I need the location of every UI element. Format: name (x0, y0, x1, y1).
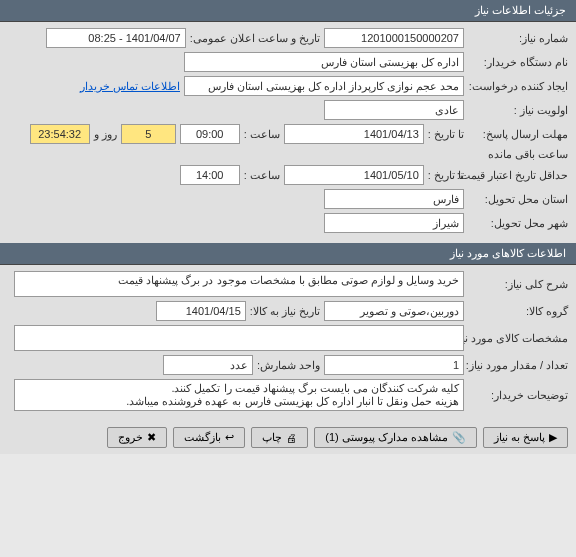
priority-label: اولویت نیاز : (468, 104, 568, 117)
unit-field[interactable] (163, 355, 253, 375)
contact-link[interactable]: اطلاعات تماس خریدار (80, 80, 180, 93)
unit-label: واحد شمارش: (257, 359, 320, 372)
remain-label: ساعت باقی مانده (488, 148, 568, 161)
announce-label: تاریخ و ساعت اعلان عمومی: (190, 32, 320, 45)
exit-button[interactable]: ✖ خروج (107, 427, 167, 448)
deadline-label: مهلت ارسال پاسخ: (468, 128, 568, 141)
req-no-label: شماره نیاز: (468, 32, 568, 45)
announce-field[interactable] (46, 28, 186, 48)
price-deadline-label: حداقل تاریخ اعتبار قیمت: (468, 169, 568, 182)
group-label: گروه کالا: (468, 305, 568, 318)
arrow-icon: ▶ (549, 431, 557, 444)
days-label: روز و (94, 128, 117, 141)
section1-body: شماره نیاز: تاریخ و ساعت اعلان عمومی: نا… (0, 22, 576, 243)
price-until-time-field[interactable] (180, 165, 240, 185)
countdown-field (30, 124, 90, 144)
respond-label: پاسخ به نیاز (494, 431, 545, 444)
need-date-field[interactable] (156, 301, 246, 321)
desc-label: شرح کلی نیاز: (468, 278, 568, 291)
need-date-label: تاریخ نیاز به کالا: (250, 305, 320, 318)
requester-label: ایجاد کننده درخواست: (468, 80, 568, 93)
until-label-2: تا تاریخ : (428, 169, 464, 182)
spec-field[interactable] (14, 325, 464, 351)
buyer-label: نام دستگاه خریدار: (468, 56, 568, 69)
print-button[interactable]: 🖨 چاپ (251, 427, 308, 448)
section2-header: اطلاعات کالاهای مورد نیاز (0, 243, 576, 265)
footer-bar: ▶ پاسخ به نیاز 📎 مشاهده مدارک پیوستی (1)… (0, 421, 576, 454)
exit-label: خروج (118, 431, 143, 444)
req-no-field[interactable] (324, 28, 464, 48)
city-label: شهر محل تحویل: (468, 217, 568, 230)
section1-header: جزئیات اطلاعات نیاز (0, 0, 576, 22)
hour-label-2: ساعت : (244, 169, 280, 182)
section2-body: شرح کلی نیاز: خرید وسایل و لوازم صوتی مط… (0, 265, 576, 421)
requester-field[interactable] (184, 76, 464, 96)
back-button[interactable]: ↩ بازگشت (173, 427, 245, 448)
desc-field[interactable]: خرید وسایل و لوازم صوتی مطابق با مشخصات … (14, 271, 464, 297)
province-field[interactable] (324, 189, 464, 209)
respond-button[interactable]: ▶ پاسخ به نیاز (483, 427, 568, 448)
attachments-button[interactable]: 📎 مشاهده مدارک پیوستی (1) (314, 427, 477, 448)
price-until-date-field[interactable] (284, 165, 424, 185)
province-label: استان محل تحویل: (468, 193, 568, 206)
notes-label: توضیحات خریدار: (468, 389, 568, 402)
qty-label: تعداد / مقدار مورد نیاز: (468, 359, 568, 372)
hour-label-1: ساعت : (244, 128, 280, 141)
qty-field[interactable] (324, 355, 464, 375)
notes-field[interactable]: کلیه شرکت کنندگان می بایست برگ پیشنهاد ق… (14, 379, 464, 411)
print-icon: 🖨 (286, 432, 297, 444)
print-label: چاپ (262, 431, 282, 444)
back-label: بازگشت (184, 431, 221, 444)
city-field[interactable] (324, 213, 464, 233)
priority-field[interactable] (324, 100, 464, 120)
attachment-icon: 📎 (452, 431, 466, 444)
until-date-field[interactable] (284, 124, 424, 144)
until-time-field[interactable] (180, 124, 240, 144)
until-label: تا تاریخ : (428, 128, 464, 141)
days-field (121, 124, 176, 144)
attachments-label: مشاهده مدارک پیوستی (1) (325, 431, 448, 444)
group-field[interactable] (324, 301, 464, 321)
buyer-field[interactable] (184, 52, 464, 72)
exit-icon: ✖ (147, 431, 156, 444)
back-icon: ↩ (225, 431, 234, 444)
spec-label: مشخصات کالای مورد نیاز: (468, 332, 568, 345)
